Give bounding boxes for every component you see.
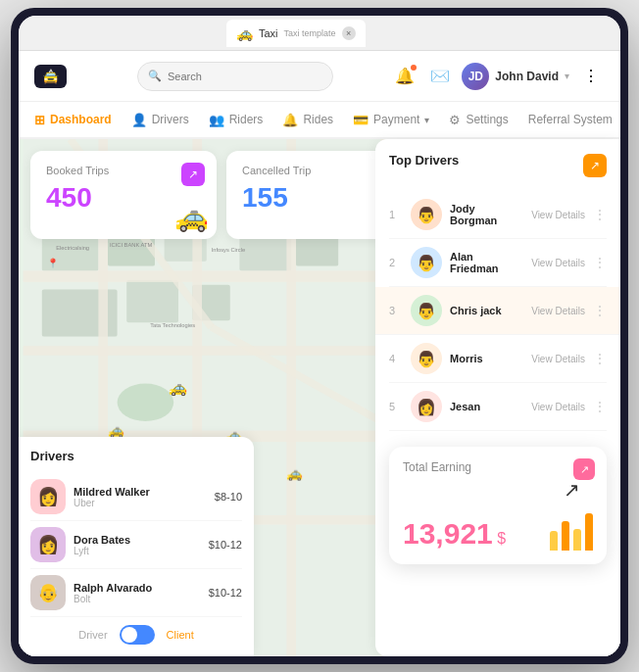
top-driver-avatar-5: 👩: [411, 391, 442, 422]
top-driver-item-2: 2 👨 Alan Friedman View Details ⋮: [389, 239, 607, 287]
top-drivers-panel: Top Drivers ↗ 1 👨 Jody Borgman View Deta…: [375, 139, 620, 656]
driver-client-toggle[interactable]: [120, 625, 155, 645]
more-options-5[interactable]: ⋮: [593, 399, 607, 414]
view-details-btn-2[interactable]: View Details: [531, 258, 585, 268]
rank-2: 2: [389, 257, 403, 268]
more-options-1[interactable]: ⋮: [593, 207, 607, 222]
driver-company-3: Bolt: [74, 594, 201, 604]
tab-drivers-label: Drivers: [152, 113, 189, 126]
top-driver-name-2: Alan Friedman: [450, 251, 523, 274]
driver-avatar-2: 👩: [30, 527, 66, 562]
rides-icon: 🔔: [282, 113, 298, 127]
tab-dashboard[interactable]: ⊞ Dashboard: [34, 102, 112, 137]
tab-dashboard-label: Dashboard: [50, 113, 112, 126]
header-icons: 🔔 ✉️ JD John David ▾ ⋮: [391, 63, 605, 90]
driver-price-2: $10-12: [209, 539, 242, 551]
settings-icon: ⚙: [449, 113, 461, 127]
top-drivers-header: Top Drivers ↗: [389, 153, 607, 177]
notification-dot: [411, 65, 417, 71]
drivers-panel: Drivers 👩 Mildred Walker Uber $8-10 👩 Do…: [19, 437, 254, 656]
tab-settings-label: Settings: [466, 113, 508, 126]
tablet-frame: 🚕 Taxi Taxi template × 🚖 🔍 🔔: [11, 8, 628, 664]
trend-arrow-icon: ↗: [564, 478, 580, 502]
app-logo: 🚖: [34, 65, 67, 88]
booked-trips-icon: ↗: [181, 163, 205, 186]
search-bar[interactable]: 🔍: [137, 62, 333, 91]
top-driver-item-4: 4 👨 Morris View Details ⋮: [389, 335, 607, 383]
total-earning-card: Total Earning 13,921 $ ↗: [389, 447, 607, 564]
chevron-down-icon: ▾: [565, 71, 569, 81]
search-input[interactable]: [168, 71, 322, 82]
top-driver-name-5: Jesan: [450, 401, 523, 412]
top-driver-avatar-4: 👨: [411, 343, 442, 374]
browser-bar: 🚕 Taxi Taxi template ×: [19, 16, 620, 51]
tab-drivers[interactable]: 👤 Drivers: [131, 102, 189, 137]
more-options-3[interactable]: ⋮: [593, 303, 607, 318]
top-driver-item-3: 3 👨 Chris jack View Details ⋮: [375, 287, 620, 335]
earning-currency: $: [497, 530, 506, 547]
tablet-screen: 🚕 Taxi Taxi template × 🚖 🔍 🔔: [19, 16, 620, 656]
driver-info-2: Dora Bates Lyft: [74, 534, 201, 556]
top-driver-item-5: 5 👩 Jesan View Details ⋮: [389, 383, 607, 431]
top-driver-avatar-3: 👨: [411, 295, 442, 326]
more-menu-btn[interactable]: ⋮: [577, 63, 605, 90]
browser-tab[interactable]: 🚕 Taxi Taxi template ×: [226, 20, 366, 47]
driver-item-1: 👩 Mildred Walker Uber $8-10: [30, 473, 242, 521]
toggle-client-label: Client: [167, 629, 194, 641]
tab-riders[interactable]: 👥 Riders: [209, 102, 264, 137]
driver-price-3: $10-12: [209, 587, 242, 599]
tab-riders-label: Riders: [229, 113, 264, 126]
svg-rect-5: [126, 280, 178, 322]
rank-4: 4: [389, 353, 403, 364]
message-icon: ✉️: [430, 67, 450, 85]
user-profile[interactable]: JD John David ▾: [462, 63, 569, 90]
tab-rides-label: Rides: [303, 113, 333, 126]
driver-avatar-3: 👴: [30, 575, 66, 610]
toggle-knob: [122, 627, 137, 643]
view-details-btn-3[interactable]: View Details: [531, 306, 585, 316]
top-driver-name-3: Chris jack: [450, 305, 523, 316]
drivers-panel-title: Drivers: [30, 449, 242, 463]
riders-icon: 👥: [209, 113, 224, 127]
taxi-illustration: 🚕: [174, 201, 209, 233]
top-driver-avatar-1: 👨: [411, 199, 442, 230]
view-details-btn-1[interactable]: View Details: [531, 210, 585, 220]
avatar: JD: [462, 63, 489, 90]
bar-3: [573, 529, 581, 551]
driver-info-3: Ralph Alvarado Bolt: [74, 582, 201, 604]
rank-1: 1: [389, 209, 403, 220]
more-options-4[interactable]: ⋮: [593, 351, 607, 366]
top-driver-item-1: 1 👨 Jody Borgman View Details ⋮: [389, 191, 607, 239]
driver-price-1: $8-10: [215, 491, 242, 503]
top-driver-name-4: Morris: [450, 353, 523, 364]
more-options-2[interactable]: ⋮: [593, 255, 607, 270]
driver-item-3: 👴 Ralph Alvarado Bolt $10-12: [30, 569, 242, 617]
tab-close-btn[interactable]: ×: [342, 26, 356, 40]
booked-trips-label: Booked Trips: [46, 165, 201, 176]
tab-icon: 🚕: [236, 25, 253, 41]
view-details-btn-5[interactable]: View Details: [531, 402, 585, 412]
driver-name-2: Dora Bates: [74, 534, 201, 546]
tab-rides[interactable]: 🔔 Rides: [282, 102, 333, 137]
main-content: 🚕 🚕 🚕 🚕 Electricalsing ICICI BANK ATM In…: [19, 139, 620, 656]
svg-text:Tata Technologies: Tata Technologies: [150, 322, 195, 328]
tab-payment[interactable]: 💳 Payment ▾: [353, 102, 429, 137]
earning-label: Total Earning: [403, 460, 593, 474]
top-drivers-icon: ↗: [583, 154, 607, 177]
payment-icon: 💳: [353, 113, 369, 127]
earning-corner-icon: ↗: [573, 458, 595, 480]
notification-btn[interactable]: 🔔: [391, 63, 418, 90]
payment-chevron-icon: ▾: [424, 115, 429, 125]
view-details-btn-4[interactable]: View Details: [531, 354, 585, 364]
cancelled-trip-label: Cancelled Trip: [242, 165, 397, 176]
toggle-row: Driver Client: [30, 617, 242, 645]
message-btn[interactable]: ✉️: [426, 63, 454, 90]
driver-name-3: Ralph Alvarado: [74, 582, 201, 594]
driver-company-2: Lyft: [74, 546, 201, 556]
tab-settings[interactable]: ⚙ Settings: [449, 102, 508, 137]
bar-2: [562, 521, 569, 551]
tab-referral[interactable]: Referral System: [528, 102, 613, 137]
svg-text:🚕: 🚕: [286, 465, 303, 482]
app-header: 🚖 🔍 🔔 ✉️ JD John David: [19, 51, 620, 102]
dashboard-icon: ⊞: [34, 113, 45, 127]
